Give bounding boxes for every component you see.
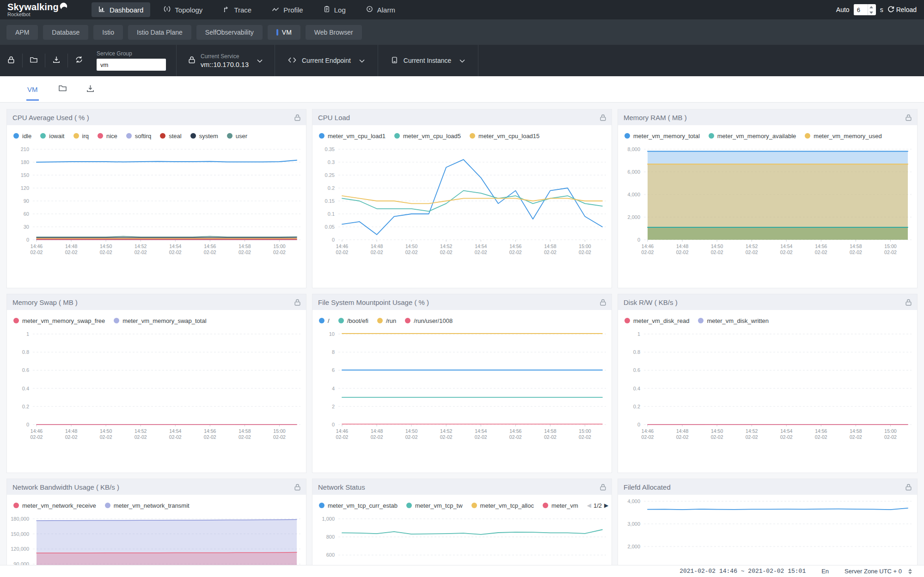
legend-item-nice[interactable]: nice	[98, 133, 117, 140]
time-range-picker[interactable]: 2021-02-02 14:46 ~ 2021-02-02 15:01	[679, 568, 806, 575]
svg-text:14:48: 14:48	[65, 428, 77, 434]
legend-item-boot-efi[interactable]: /boot/efi	[338, 317, 368, 324]
chart-canvas-fs-mountpoint-usage[interactable]: 108642014:4602-0214:4802-0214:5002-0214:…	[312, 328, 612, 468]
panel-lock-button[interactable]	[906, 299, 912, 306]
legend-label: meter_vm_tcp_tw	[415, 502, 463, 509]
svg-text:0.15: 0.15	[325, 198, 335, 204]
svg-text:14:58: 14:58	[239, 428, 251, 434]
svg-text:2,000: 2,000	[627, 214, 640, 220]
panel-lock-button[interactable]	[600, 114, 606, 121]
legend-label: irq	[82, 133, 89, 140]
legend-dot	[105, 503, 110, 508]
legend-item-irq[interactable]: irq	[73, 133, 89, 140]
workspace-tab-database[interactable]: Database	[43, 25, 88, 40]
workspace-tab-istio[interactable]: Istio	[93, 25, 123, 40]
panel-lock-button[interactable]	[294, 114, 300, 121]
trace-icon	[223, 6, 230, 14]
spinner-up-icon[interactable]	[908, 569, 912, 571]
topology-icon	[164, 6, 171, 14]
legend-item-meter-vm-tcp-tw[interactable]: meter_vm_tcp_tw	[406, 502, 463, 509]
legend-item-steal[interactable]: steal	[160, 133, 181, 140]
svg-text:8: 8	[332, 349, 335, 355]
legend-item-meter-vm-memory-swap-total[interactable]: meter_vm_memory_swap_total	[114, 317, 206, 324]
chart-canvas-cpu-load[interactable]: 0.350.30.250.20.150.10.05014:4602-0214:4…	[312, 143, 612, 283]
panel-lock-button[interactable]	[294, 484, 300, 491]
current-service-select[interactable]: Current Service vm::10.170.0.13	[178, 53, 273, 68]
nav-item-alarm[interactable]: Alarm	[359, 2, 402, 17]
workspace-tab-apm[interactable]: APM	[6, 25, 38, 40]
svg-text:14:58: 14:58	[544, 428, 556, 434]
legend-item-meter-vm-memory-swap-free[interactable]: meter_vm_memory_swap_free	[13, 317, 105, 324]
legend-item-meter-vm-disk-read[interactable]: meter_vm_disk_read	[624, 317, 689, 324]
legend-item-idle[interactable]: idle	[13, 133, 31, 140]
legend-item-meter-vm-tcp-alloc[interactable]: meter_vm_tcp_alloc	[471, 502, 534, 509]
legend-item-meter-vm-cpu-load15[interactable]: meter_vm_cpu_load15	[470, 133, 539, 140]
nav-item-profile[interactable]: Profile	[265, 3, 310, 17]
svg-text:0: 0	[332, 422, 335, 427]
legend-item-meter-vm-network-transmit[interactable]: meter_vm_network_transmit	[105, 502, 190, 509]
view-export-button[interactable]	[86, 85, 94, 94]
nav-item-trace[interactable]: Trace	[216, 2, 258, 17]
workspace-tab-vm[interactable]: VM	[268, 25, 300, 40]
panel-lock-button[interactable]	[906, 484, 912, 491]
current-instance-select[interactable]: Current Instance	[380, 56, 477, 65]
panel-lock-button[interactable]	[906, 114, 912, 121]
chart-canvas-disk-rw[interactable]: 10.80.60.40.2014:4602-0214:4802-0214:500…	[618, 328, 917, 468]
lock-button[interactable]	[0, 53, 22, 68]
chart-canvas-memory-swap[interactable]: 10.80.60.40.2014:4602-0214:4802-0214:500…	[7, 328, 306, 468]
svg-text:02-02: 02-02	[579, 249, 591, 255]
legend-item-meter-vm-cpu-load5[interactable]: meter_vm_cpu_load5	[394, 133, 461, 140]
dashboard-icon	[98, 6, 105, 14]
legend-item-meter-vm-memory-available[interactable]: meter_vm_memory_available	[709, 133, 796, 140]
tab-label: SelfObservability	[205, 29, 254, 36]
auto-interval-input[interactable]	[854, 4, 868, 15]
legend-item-meter-vm-network-receive[interactable]: meter_vm_network_receive	[13, 502, 96, 509]
spinner-down-icon[interactable]	[868, 10, 875, 15]
legend-item-system[interactable]: system	[190, 133, 218, 140]
legend-item-softirq[interactable]: softirq	[126, 133, 151, 140]
chart-canvas-cpu-average-used[interactable]: 210180150120906030014:4602-0214:4802-021…	[7, 143, 306, 283]
legend-prev-icon[interactable]: ◀	[587, 502, 591, 509]
legend-item-meter-vm-tcp-curr-estab[interactable]: meter_vm_tcp_curr_estab	[319, 502, 398, 509]
folder-button[interactable]	[23, 53, 45, 68]
panel-lock-button[interactable]	[600, 299, 606, 306]
svg-text:02-02: 02-02	[204, 434, 216, 440]
zone-stepper[interactable]	[908, 569, 912, 574]
legend-next-icon[interactable]: ▶	[604, 502, 608, 509]
workspace-tab-web-browser[interactable]: Web Browser	[306, 25, 362, 40]
legend-label: meter_vm_network_receive	[22, 502, 96, 509]
view-folder-button[interactable]	[58, 85, 67, 94]
dashboard-content: CPU Average Used ( % )idleiowaitirqnices…	[0, 103, 924, 577]
workspace-tab-istio-data-plane[interactable]: Istio Data Plane	[128, 25, 191, 40]
legend-item-[interactable]: /	[319, 317, 330, 324]
view-tab-vm[interactable]: VM	[26, 78, 39, 101]
language-toggle[interactable]: En	[821, 568, 829, 575]
legend-item-run[interactable]: /run	[377, 317, 396, 324]
legend-item-user[interactable]: user	[227, 133, 247, 140]
legend-item-meter-vm[interactable]: meter_vm	[543, 502, 578, 509]
reload-button[interactable]: Reload	[887, 6, 917, 14]
nav-item-topology[interactable]: Topology	[157, 2, 209, 17]
legend-item-meter-vm-cpu-load1[interactable]: meter_vm_cpu_load1	[319, 133, 386, 140]
export-button[interactable]	[45, 53, 67, 68]
brand-logo[interactable]: Skywalking Rocketbot	[7, 2, 67, 17]
spinner-up-icon[interactable]	[868, 4, 875, 10]
refresh-button[interactable]	[68, 53, 90, 68]
current-endpoint-select[interactable]: Current Endpoint	[277, 57, 376, 64]
nav-item-log[interactable]: Log	[317, 2, 353, 17]
svg-text:120,000: 120,000	[11, 546, 29, 552]
nav-item-dashboard[interactable]: Dashboard	[92, 2, 150, 17]
panel-lock-button[interactable]	[294, 299, 300, 306]
auto-interval-stepper[interactable]	[854, 4, 876, 15]
spinner-down-icon[interactable]	[908, 572, 912, 574]
legend-item-meter-vm-memory-used[interactable]: meter_vm_memory_used	[805, 133, 881, 140]
svg-text:6: 6	[332, 367, 335, 373]
service-group-input[interactable]	[97, 59, 166, 71]
legend-item-run-user-1008[interactable]: /run/user/1008	[405, 317, 453, 324]
chart-canvas-memory-ram[interactable]: 8,0006,0004,0002,000014:4602-0214:4802-0…	[618, 143, 917, 283]
legend-item-meter-vm-disk-written[interactable]: meter_vm_disk_written	[698, 317, 769, 324]
workspace-tab-selfobservability[interactable]: SelfObservability	[196, 25, 263, 40]
legend-item-meter-vm-memory-total[interactable]: meter_vm_memory_total	[624, 133, 700, 140]
panel-lock-button[interactable]	[600, 484, 606, 491]
legend-item-iowait[interactable]: iowait	[40, 133, 64, 140]
